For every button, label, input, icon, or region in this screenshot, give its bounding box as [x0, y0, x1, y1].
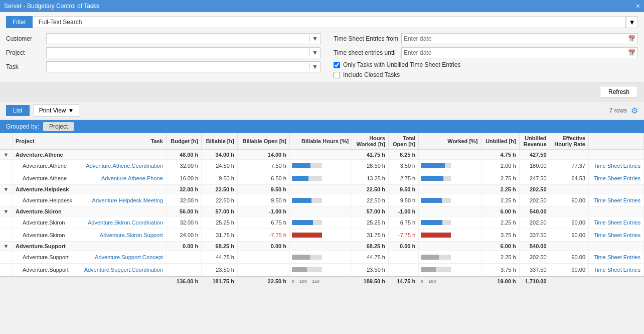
row-expand [0, 251, 13, 264]
table-row: Adventure.Support Adventure.Support.Coor… [0, 264, 644, 277]
col-billable: Billable [h] [202, 133, 238, 150]
group-unbilled-revenue: 427.50 [519, 150, 550, 160]
task-input[interactable]: ▼ [46, 61, 320, 72]
row-link[interactable]: Time Sheet Entries [589, 229, 644, 242]
row-expand [0, 160, 13, 172]
group-name: Adventure.Support [13, 242, 78, 251]
row-billable: 22.50 h [202, 194, 238, 207]
row-unbilled: 2.25 h [481, 251, 519, 264]
task-field[interactable] [47, 63, 309, 70]
total-link [589, 276, 644, 286]
group-worked-pct [419, 242, 481, 251]
customer-input[interactable]: Adventure Works Ltd ▼ [46, 33, 320, 44]
row-link[interactable]: Time Sheet Entries [589, 216, 644, 229]
group-budget: 48.00 h [166, 150, 201, 160]
fulltext-search-tab[interactable]: Full-Text Search [33, 16, 626, 28]
row-task[interactable]: Adventure.Skiron.Coordination [78, 216, 166, 229]
task-dropdown-arrow[interactable]: ▼ [309, 63, 320, 70]
calendar-icon-2[interactable]: 📅 [626, 49, 637, 56]
group-effective-hourly [550, 242, 588, 251]
grouped-bar: Grouped by: Project [0, 120, 644, 133]
row-link[interactable]: Time Sheet Entries [589, 251, 644, 264]
table-container: Project Task Budget [h] Billable [h] Bil… [0, 133, 644, 286]
row-task[interactable]: Adventure.Skiron.Support [78, 229, 166, 242]
row-effective-hourly: 90.00 [550, 194, 588, 207]
row-billable-hours-bar [289, 251, 352, 264]
group-task [78, 207, 166, 216]
calendar-icon[interactable]: 📅 [626, 35, 637, 42]
total-unbilled: 19.00 h [481, 276, 519, 286]
total-worked-pct-bar: 0100 [419, 276, 481, 286]
only-unbilled-checkbox[interactable] [334, 62, 340, 68]
collapse-button[interactable]: ▼ [626, 16, 638, 28]
print-view-button[interactable]: Print View ▼ [34, 104, 80, 117]
group-unbilled-revenue: 540.00 [519, 242, 550, 251]
project-field[interactable] [47, 49, 309, 56]
filter-section: Filter Full-Text Search ▼ Customer Adven… [0, 12, 644, 83]
row-hours-worked: 31.75 h [352, 229, 389, 242]
project-dropdown-arrow[interactable]: ▼ [309, 49, 320, 56]
row-link[interactable]: Time Sheet Entries [589, 172, 644, 185]
window-title: Server - Budgetary Control of Tasks [4, 3, 99, 10]
row-budget: 32.00 h [166, 216, 201, 229]
row-task[interactable]: Adventure.Helpdesk.Meeting [78, 194, 166, 207]
group-effective-hourly [550, 207, 588, 216]
expand-cell[interactable]: ▼ [0, 150, 13, 160]
totals-row: 136.00 h 181.75 h 22.50 h 0100150 189.50… [0, 276, 644, 286]
col-effective-hourly: EffectiveHourly Rate [550, 133, 588, 150]
close-icon[interactable]: × [636, 2, 640, 10]
customer-label: Customer [6, 35, 41, 42]
row-task[interactable]: Adventure.Athene.Coordination [78, 160, 166, 172]
row-billable-open: 6.50 h [237, 172, 289, 185]
group-unbilled: 6.00 h [481, 242, 519, 251]
row-billable-hours-bar [289, 160, 352, 172]
row-worked-pct-bar [419, 216, 481, 229]
row-billable-hours-bar [289, 229, 352, 242]
row-link[interactable]: Time Sheet Entries [589, 194, 644, 207]
expand-cell[interactable]: ▼ [0, 207, 13, 216]
customer-field[interactable]: Adventure Works Ltd [47, 35, 309, 42]
row-task[interactable]: Adventure.Support.Concept [78, 251, 166, 264]
row-unbilled: 2.25 h [481, 194, 519, 207]
filter-tab[interactable]: Filter [6, 16, 33, 28]
settings-button[interactable]: ⚙ [631, 106, 638, 116]
row-task[interactable]: Adventure.Support.Coordination [78, 264, 166, 277]
group-effective-hourly [550, 185, 588, 194]
row-hours-worked: 23.50 h [352, 264, 389, 277]
row-expand [0, 229, 13, 242]
row-budget [166, 251, 201, 264]
include-closed-checkbox[interactable] [334, 72, 340, 78]
row-hours-worked: 28.50 h [352, 160, 389, 172]
table-row: Adventure.Athene Adventure.Athene.Phone … [0, 172, 644, 185]
list-button[interactable]: List [6, 105, 30, 116]
group-row: ▼ Adventure.Athene 48.00 h 34.00 h 14.00… [0, 150, 644, 160]
row-unbilled: 2.00 h [481, 160, 519, 172]
group-billable-open: -1.00 h [237, 207, 289, 216]
group-link [589, 185, 644, 194]
row-worked-pct-bar [419, 160, 481, 172]
row-task[interactable]: Adventure.Athene.Phone [78, 172, 166, 185]
project-input[interactable]: ▼ [46, 47, 320, 58]
col-link [589, 133, 644, 150]
group-billable-open: 14.00 h [237, 150, 289, 160]
timesheetfrom-field[interactable] [402, 35, 626, 42]
row-project: Adventure.Support [13, 264, 78, 277]
expand-cell[interactable]: ▼ [0, 185, 13, 194]
title-bar: Server - Budgetary Control of Tasks × [0, 0, 644, 12]
group-tag[interactable]: Project [43, 122, 74, 131]
row-effective-hourly: 77.37 [550, 160, 588, 172]
expand-cell[interactable]: ▼ [0, 242, 13, 251]
row-link[interactable]: Time Sheet Entries [589, 264, 644, 277]
row-billable-hours-bar [289, 194, 352, 207]
row-expand [0, 216, 13, 229]
timesheetuntil-field[interactable] [402, 49, 626, 56]
timesheetfrom-input[interactable]: 📅 [401, 33, 638, 44]
print-view-arrow[interactable]: ▼ [68, 107, 74, 114]
customer-dropdown-arrow[interactable]: ▼ [309, 35, 320, 42]
group-task [78, 150, 166, 160]
refresh-button[interactable]: Refresh [600, 86, 638, 98]
timesheetuntil-input[interactable]: 📅 [401, 47, 638, 58]
row-expand [0, 264, 13, 277]
row-link[interactable]: Time Sheet Entries [589, 160, 644, 172]
group-task [78, 185, 166, 194]
